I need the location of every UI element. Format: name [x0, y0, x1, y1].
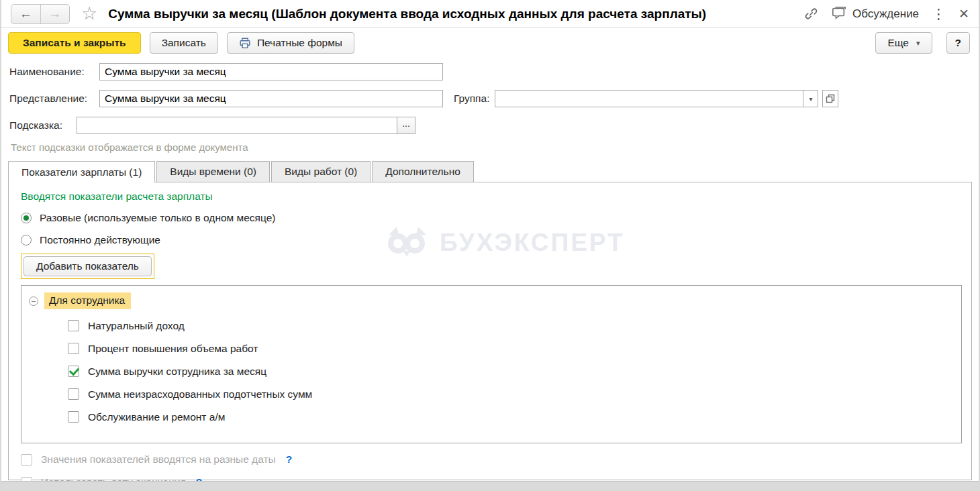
checkbox-unspent-advance[interactable] [68, 388, 79, 400]
print-forms-label: Печатные формы [257, 37, 342, 49]
document-window: ← → ☆ Сумма выручки за месяц (Шаблон док… [0, 0, 980, 491]
list-item: Процент повышения объема работ [68, 341, 961, 356]
hint-note: Текст подсказки отображается в форме док… [11, 142, 971, 155]
checkbox-car-maintenance[interactable] [68, 411, 79, 423]
help-question-icon[interactable]: ? [286, 453, 292, 466]
page-title: Сумма выручки за месяц (Шаблон документа… [108, 7, 706, 21]
radio-permanent-label: Постоянно действующие [40, 234, 160, 246]
list-item-label: Сумма выручки сотрудника за месяц [88, 366, 266, 378]
name-input[interactable] [99, 63, 443, 80]
group-label: Группа: [454, 93, 489, 105]
group-input[interactable] [495, 90, 818, 107]
tab-salary-indicators[interactable]: Показатели зарплаты (1) [8, 161, 155, 182]
forward-button: → [40, 5, 69, 23]
checkbox-employee-revenue[interactable] [68, 366, 79, 377]
collapse-icon[interactable] [29, 296, 38, 306]
window-bottom-edge [1, 481, 979, 491]
hint-input[interactable] [77, 117, 397, 134]
window-header: ← → ☆ Сумма выручки за месяц (Шаблон док… [1, 0, 979, 28]
add-indicator-focus-frame: Добавить показатель [21, 254, 154, 279]
name-row: Наименование: [9, 63, 971, 80]
printer-icon [239, 38, 251, 49]
hint-label: Подсказка: [9, 119, 77, 131]
presentation-input[interactable] [99, 90, 443, 107]
tab-time-types[interactable]: Виды времени (0) [156, 161, 270, 182]
kebab-menu-icon[interactable]: ⋮ [932, 7, 946, 21]
option-label: Значения показателей вводятся на разные … [41, 453, 276, 466]
radio-permanent[interactable] [21, 235, 32, 246]
hint-row: Подсказка: ... [9, 117, 971, 134]
nav-button-group: ← → [11, 4, 70, 24]
forward-arrow-icon: → [49, 7, 62, 21]
checkbox-work-volume-percent[interactable] [68, 343, 79, 354]
radio-row-permanent: Постоянно действующие [21, 233, 962, 247]
list-item-label: Сумма неизрасходованных подотчетных сумм [88, 388, 312, 400]
hint-more-button[interactable]: ... [397, 117, 415, 134]
checkbox-different-dates [21, 454, 32, 466]
group-open-button[interactable] [822, 90, 838, 107]
back-arrow-icon: ← [19, 7, 32, 21]
list-item: Сумма неизрасходованных подотчетных сумм [68, 387, 961, 401]
name-label: Наименование: [9, 66, 99, 78]
section-title: Вводятся показатели расчета зарплаты [21, 190, 962, 203]
header-fields: Наименование: Представление: Группа: ▾ [1, 58, 979, 155]
tab-additional[interactable]: Дополнительно [372, 161, 474, 182]
close-icon[interactable]: ✕ [959, 7, 969, 20]
add-indicator-button[interactable]: Добавить показатель [23, 256, 152, 276]
chevron-down-icon: ▾ [916, 39, 920, 48]
open-in-list-icon [826, 94, 835, 103]
radio-one-time-label: Разовые (используемые только в одном мес… [40, 212, 275, 224]
list-item: Натуральный доход [68, 319, 961, 333]
help-button[interactable]: ? [946, 32, 970, 54]
group-row-employee[interactable]: Для сотрудника [29, 292, 961, 310]
more-label: Еще [887, 37, 909, 49]
group-row-label: Для сотрудника [44, 292, 131, 309]
radio-row-one-time: Разовые (используемые только в одном мес… [21, 211, 962, 225]
toolbar: Записать и закрыть Записать Печатные фор… [1, 28, 979, 58]
group-dropdown-icon[interactable]: ▾ [803, 91, 818, 107]
chat-bubble-icon [831, 5, 847, 23]
indicators-list-panel: Для сотрудника Натуральный доход Процент… [21, 285, 962, 443]
discussion-label: Обсуждение [852, 7, 919, 21]
tab-work-types[interactable]: Виды работ (0) [271, 161, 371, 182]
list-item-label: Обслуживание и ремонт а/м [88, 411, 225, 423]
save-button[interactable]: Записать [150, 32, 218, 54]
list-item-label: Натуральный доход [88, 320, 185, 332]
header-actions: Обсуждение ⋮ ✕ [804, 5, 969, 23]
discussion-button[interactable]: Обсуждение [831, 5, 919, 23]
more-button[interactable]: Еще ▾ [875, 32, 932, 54]
toolbar-right: Еще ▾ ? [875, 32, 972, 54]
list-item: Обслуживание и ремонт а/м [68, 410, 961, 424]
list-item-label: Процент повышения объема работ [88, 343, 258, 355]
tab-content-panel: БУХЭКСПЕРТ Вводятся показатели расчета з… [8, 182, 972, 480]
get-link-icon[interactable] [804, 7, 818, 21]
presentation-label: Представление: [9, 93, 99, 105]
print-forms-button[interactable]: Печатные формы [227, 32, 354, 54]
presentation-row: Представление: Группа: ▾ [9, 90, 971, 107]
back-button[interactable]: ← [11, 5, 40, 23]
list-item: Сумма выручки сотрудника за месяц [68, 364, 961, 378]
tab-bar: Показатели зарплаты (1) Виды времени (0)… [8, 161, 979, 182]
option-row-different-dates: Значения показателей вводятся на разные … [21, 452, 962, 467]
radio-one-time[interactable] [21, 213, 32, 223]
checkbox-natural-income[interactable] [68, 320, 79, 331]
group-combo: ▾ [495, 90, 818, 107]
save-and-close-button[interactable]: Записать и закрыть [8, 32, 141, 54]
favorite-star-icon[interactable]: ☆ [81, 5, 97, 23]
